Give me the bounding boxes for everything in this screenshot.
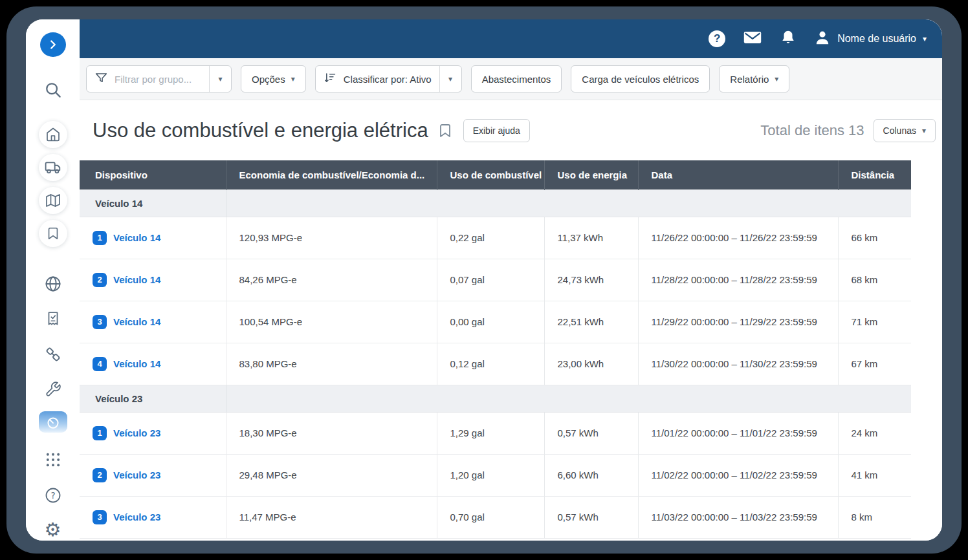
energy-cell: 6,60 kWh xyxy=(544,454,638,496)
report-label: Relatório xyxy=(730,74,769,85)
group-name: Veículo 23 xyxy=(80,385,226,412)
economy-cell: 100,54 MPG-e xyxy=(226,301,437,343)
header-fuel-use[interactable]: Uso de combustível xyxy=(437,160,544,189)
group-name: Veículo 14 xyxy=(80,189,226,217)
ev-charging-label: Carga de veículos elétricos xyxy=(582,74,699,85)
group-filter-dropdown[interactable]: ▾ xyxy=(210,74,231,83)
user-name: Nome de usuário xyxy=(837,33,916,45)
device-link[interactable]: Veículo 14 xyxy=(113,232,160,243)
energy-cell: 0,57 kWh xyxy=(544,496,638,538)
report-table-wrap: Dispositivo Economia de combustível/Econ… xyxy=(80,160,942,541)
sort-control: Classificar por: Ativo ▾ xyxy=(315,65,462,92)
group-header-row: Veículo 23 xyxy=(80,385,911,412)
date-cell: 11/02/22 00:00:00 – 11/02/22 23:59:59 xyxy=(638,454,838,496)
energy-cell: 22,51 kWh xyxy=(544,301,638,343)
date-cell: 11/03/22 00:00:00 – 11/03/22 23:59:59 xyxy=(638,496,838,538)
row-index-badge: 4 xyxy=(93,357,107,371)
sidebar: ? ⚙ xyxy=(26,19,80,541)
distance-cell: 24 km xyxy=(838,412,911,454)
home-icon[interactable] xyxy=(39,121,67,148)
bell-icon[interactable] xyxy=(780,29,797,48)
table-row: 2 Veículo 23 29,48 MPG-e 1,20 gal 6,60 k… xyxy=(80,454,911,496)
total-items: Total de itens 13 xyxy=(760,122,864,139)
ev-charging-button[interactable]: Carga de veículos elétricos xyxy=(571,65,710,92)
bookmark-icon[interactable] xyxy=(39,220,67,247)
fuel-cell: 0,07 gal xyxy=(437,259,544,301)
fuel-cell: 0,22 gal xyxy=(437,217,544,259)
group-header-row: Veículo 14 xyxy=(80,189,911,217)
help-icon[interactable]: ? xyxy=(39,484,67,506)
sort-button[interactable]: Classificar por: Ativo xyxy=(316,71,439,87)
options-label: Opções xyxy=(252,74,285,85)
app-window: ? ⚙ ? Nome de usuário ▾ xyxy=(26,19,942,541)
svg-text:?: ? xyxy=(50,491,55,501)
device-link[interactable]: Veículo 23 xyxy=(113,512,160,522)
columns-button[interactable]: Colunas ▾ xyxy=(874,119,936,142)
report-table: Dispositivo Economia de combustível/Econ… xyxy=(80,160,911,539)
show-help-button[interactable]: Exibir ajuda xyxy=(463,119,530,142)
gauge-icon[interactable] xyxy=(39,411,67,433)
fuel-cell: 0,00 gal xyxy=(437,301,544,343)
mail-icon[interactable] xyxy=(743,30,762,48)
truck-icon[interactable] xyxy=(39,154,67,181)
help-icon[interactable]: ? xyxy=(709,30,725,47)
energy-cell: 23,00 kWh xyxy=(544,343,638,385)
economy-cell: 29,48 MPG-e xyxy=(226,454,437,496)
main-area: ? Nome de usuário ▾ xyxy=(80,19,942,541)
device-link[interactable]: Veículo 14 xyxy=(113,316,160,327)
sort-dropdown[interactable]: ▾ xyxy=(440,74,461,83)
row-index-badge: 1 xyxy=(93,426,107,440)
economy-cell: 120,93 MPG-e xyxy=(226,217,437,259)
map-icon[interactable] xyxy=(39,187,67,214)
row-index-badge: 1 xyxy=(93,231,107,245)
search-icon[interactable] xyxy=(39,79,67,100)
date-cell: 11/30/22 00:00:00 – 11/30/22 23:59:59 xyxy=(638,343,838,385)
row-index-badge: 3 xyxy=(93,510,107,524)
expand-icon[interactable] xyxy=(40,32,66,57)
device-link[interactable]: Veículo 14 xyxy=(113,358,160,369)
fuel-cell: 1,29 gal xyxy=(437,412,544,454)
user-icon xyxy=(814,29,831,48)
table-row: 1 Veículo 23 18,30 MPG-e 1,29 gal 0,57 k… xyxy=(80,412,911,454)
bookmark-icon[interactable] xyxy=(437,123,453,141)
header-economy[interactable]: Economia de combustível/Economia d... xyxy=(226,160,437,189)
table-row: 3 Veículo 23 11,47 MPG-e 0,70 gal 0,57 k… xyxy=(80,496,911,538)
row-index-badge: 2 xyxy=(93,468,107,482)
header-distance[interactable]: Distância xyxy=(838,160,911,189)
device-link[interactable]: Veículo 14 xyxy=(113,274,160,285)
table-header-row: Dispositivo Economia de combustível/Econ… xyxy=(80,160,911,189)
energy-cell: 0,57 kWh xyxy=(544,412,638,454)
page-title: Uso de combustível e energia elétrica xyxy=(93,119,428,142)
row-index-badge: 2 xyxy=(93,273,107,287)
settings-icon[interactable]: ⚙ xyxy=(39,519,67,541)
refuels-label: Abastecimentos xyxy=(482,74,551,85)
chevron-down-icon: ▾ xyxy=(923,34,927,43)
group-filter-input[interactable] xyxy=(115,74,201,85)
date-cell: 11/26/22 00:00:00 – 11/26/22 23:59:59 xyxy=(638,217,838,259)
chevron-down-icon: ▾ xyxy=(922,126,926,135)
economy-cell: 83,80 MPG-e xyxy=(226,343,437,385)
distance-cell: 71 km xyxy=(838,301,911,343)
cable-icon[interactable] xyxy=(39,343,67,365)
device-link[interactable]: Veículo 23 xyxy=(113,469,160,480)
date-cell: 11/01/22 00:00:00 – 11/01/22 23:59:59 xyxy=(638,412,838,454)
header-date[interactable]: Data xyxy=(638,160,838,189)
distance-cell: 68 km xyxy=(838,259,911,301)
report-button[interactable]: Relatório ▾ xyxy=(719,65,789,92)
header-device[interactable]: Dispositivo xyxy=(80,160,226,189)
chevron-down-icon: ▾ xyxy=(775,74,778,83)
header-energy-use[interactable]: Uso de energia xyxy=(544,160,638,189)
user-menu[interactable]: Nome de usuário ▾ xyxy=(814,29,927,48)
globe-icon[interactable] xyxy=(39,273,67,294)
options-button[interactable]: Opções ▾ xyxy=(241,65,306,92)
device-link[interactable]: Veículo 23 xyxy=(113,427,160,438)
date-cell: 11/28/22 00:00:00 – 11/28/22 23:59:59 xyxy=(638,259,838,301)
receipt-check-icon[interactable] xyxy=(39,308,67,330)
table-row: 1 Veículo 14 120,93 MPG-e 0,22 gal 11,37… xyxy=(80,217,911,259)
wrench-icon[interactable] xyxy=(39,379,67,400)
table-row: 3 Veículo 14 100,54 MPG-e 0,00 gal 22,51… xyxy=(80,301,911,343)
refuels-button[interactable]: Abastecimentos xyxy=(471,65,562,92)
date-cell: 11/29/22 00:00:00 – 11/29/22 23:59:59 xyxy=(638,301,838,343)
apps-grid-icon[interactable] xyxy=(39,449,67,471)
funnel-icon xyxy=(94,71,108,87)
